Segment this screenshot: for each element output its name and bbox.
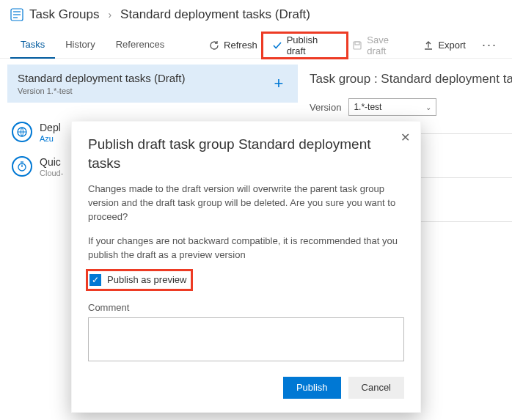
task-subtitle: Azu bbox=[40, 134, 61, 143]
save-draft-label: Save draft bbox=[367, 34, 409, 56]
cancel-button[interactable]: Cancel bbox=[348, 377, 404, 399]
save-icon bbox=[352, 40, 362, 51]
version-select[interactable]: 1.*-test ⌄ bbox=[348, 98, 436, 116]
modal-body-2: If your changes are not backward compati… bbox=[88, 235, 404, 262]
task-group-header[interactable]: Standard deployment tasks (Draft) Versio… bbox=[7, 65, 298, 103]
save-draft-button: Save draft bbox=[345, 35, 416, 56]
breadcrumb-current: Standard deployment tasks (Draft) bbox=[120, 7, 310, 22]
modal-body-1: Changes made to the draft version will o… bbox=[88, 183, 404, 224]
publish-draft-label: Publish draft bbox=[287, 34, 338, 56]
version-select-value: 1.*-test bbox=[354, 102, 381, 112]
panel-title: Task group : Standard deployment tasl bbox=[310, 72, 512, 86]
version-label: Version bbox=[310, 102, 341, 113]
export-icon bbox=[423, 40, 434, 51]
task-group-title: Standard deployment tasks (Draft) bbox=[18, 72, 185, 84]
refresh-icon bbox=[209, 40, 219, 51]
more-menu[interactable]: ··· bbox=[478, 37, 502, 53]
task-subtitle: Cloud- bbox=[40, 169, 63, 177]
check-icon bbox=[272, 40, 282, 51]
comment-label: Comment bbox=[88, 302, 404, 313]
export-label: Export bbox=[438, 40, 466, 51]
export-button[interactable]: Export bbox=[416, 35, 473, 56]
checkbox-label: Publish as preview bbox=[107, 274, 186, 285]
publish-preview-checkbox[interactable]: ✓ Publish as preview bbox=[88, 271, 191, 289]
checkbox-icon: ✓ bbox=[89, 274, 101, 286]
svg-rect-5 bbox=[355, 42, 359, 45]
toolbar: Tasks History References Refresh Publish… bbox=[0, 32, 512, 59]
publish-draft-button[interactable]: Publish draft bbox=[265, 35, 345, 56]
refresh-label: Refresh bbox=[224, 40, 257, 51]
chevron-right-icon: › bbox=[108, 9, 111, 21]
refresh-button[interactable]: Refresh bbox=[202, 35, 265, 56]
task-group-version: Version 1.*-test bbox=[18, 86, 185, 95]
add-task-button[interactable]: + bbox=[270, 74, 288, 93]
tab-tasks[interactable]: Tasks bbox=[10, 32, 55, 59]
stopwatch-icon bbox=[12, 156, 32, 177]
breadcrumb: Task Groups › Standard deployment tasks … bbox=[0, 0, 512, 29]
tab-history[interactable]: History bbox=[55, 32, 105, 59]
globe-icon bbox=[12, 122, 32, 142]
task-groups-icon bbox=[10, 8, 23, 21]
task-title: Depl bbox=[40, 122, 61, 133]
publish-modal: ✕ Publish draft task group Standard depl… bbox=[71, 121, 421, 413]
breadcrumb-root[interactable]: Task Groups bbox=[29, 7, 99, 22]
close-icon[interactable]: ✕ bbox=[401, 130, 410, 144]
tab-references[interactable]: References bbox=[106, 32, 175, 59]
task-title: Quic bbox=[40, 156, 63, 168]
comment-input[interactable] bbox=[88, 317, 404, 361]
modal-title: Publish draft task group Standard deploy… bbox=[88, 135, 404, 172]
publish-button[interactable]: Publish bbox=[283, 377, 341, 399]
chevron-down-icon: ⌄ bbox=[425, 103, 431, 111]
